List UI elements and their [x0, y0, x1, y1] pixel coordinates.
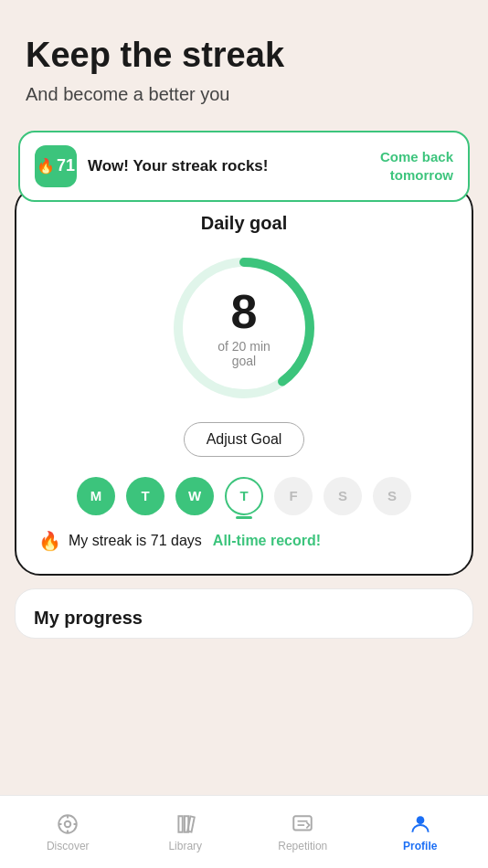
streak-record-text: All-time record! [213, 533, 321, 549]
ring-label: of 20 min goal [206, 339, 283, 368]
adjust-goal-button[interactable]: Adjust Goal [184, 422, 305, 457]
day-circle-wed: W [175, 477, 214, 515]
flame-icon: 🔥 [37, 157, 55, 175]
streak-message: Wow! Your streak rocks! [88, 157, 268, 175]
streak-count: 71 [57, 156, 75, 175]
day-circles: M T W T F S S [35, 477, 453, 515]
ring-number: 8 [206, 288, 283, 335]
main-title: Keep the streak [26, 37, 462, 75]
nav-label-discover: Discover [47, 840, 90, 852]
day-circle-thu: T [225, 477, 263, 515]
come-back-cta: Come backtomorrow [380, 148, 453, 184]
ring-wrap: 8 of 20 min goal [166, 250, 322, 406]
nav-label-repetition: Repetition [278, 840, 327, 852]
nav-item-library[interactable]: Library [127, 805, 245, 860]
progress-card: My progress [15, 588, 473, 639]
repetition-icon [291, 812, 314, 836]
svg-point-11 [416, 816, 424, 824]
streak-left: 🔥 71 Wow! Your streak rocks! [35, 145, 268, 187]
profile-icon [408, 812, 432, 836]
svg-point-3 [65, 820, 71, 827]
discover-icon [56, 812, 80, 836]
streak-badge: 🔥 71 [35, 145, 77, 187]
daily-goal-title: Daily goal [35, 213, 453, 234]
day-circle-sun: S [373, 477, 411, 515]
ring-container: 8 of 20 min goal [35, 250, 453, 406]
svg-rect-8 [294, 816, 313, 830]
streak-info-row: 🔥 My streak is 71 days All-time record! [35, 530, 453, 552]
bottom-nav: Discover Library Repetition Profile [0, 795, 488, 868]
ring-center: 8 of 20 min goal [206, 288, 283, 368]
nav-item-profile[interactable]: Profile [362, 805, 480, 860]
sub-title: And become a better you [26, 84, 462, 105]
streak-banner: 🔥 71 Wow! Your streak rocks! Come backto… [18, 131, 470, 202]
nav-item-repetition[interactable]: Repetition [244, 805, 362, 860]
day-circle-tue: T [126, 477, 164, 515]
nav-label-library: Library [168, 840, 202, 852]
nav-label-profile: Profile [403, 840, 437, 852]
day-circle-sat: S [324, 477, 362, 515]
day-circle-mon: M [77, 477, 115, 515]
nav-item-discover[interactable]: Discover [9, 805, 127, 860]
streak-flame-icon: 🔥 [38, 530, 61, 552]
day-circle-fri: F [274, 477, 313, 515]
page-header: Keep the streak And become a better you [0, 0, 488, 114]
progress-title: My progress [34, 608, 454, 629]
library-icon [174, 812, 197, 836]
streak-days-text: My streak is 71 days [69, 533, 202, 549]
phone-card: Daily goal 8 of 20 min goal Adjust Goal … [15, 185, 473, 576]
